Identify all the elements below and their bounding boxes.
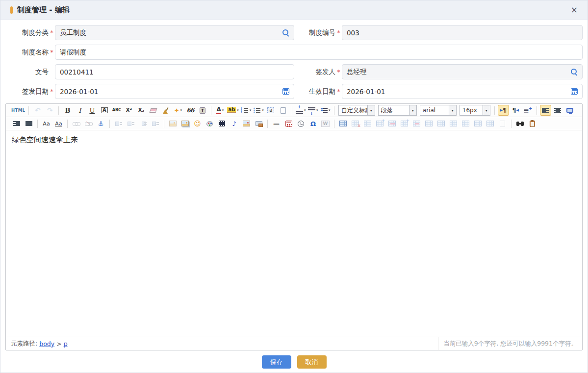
toolbar-insert-table-button[interactable] bbox=[337, 118, 349, 129]
editor-content[interactable]: 绿色空间速速拿上来 bbox=[6, 130, 582, 337]
auto-typeset-icon: ✦ bbox=[174, 107, 179, 114]
toolbar-italic-button[interactable]: I bbox=[74, 105, 85, 116]
issuer-input[interactable] bbox=[347, 68, 567, 76]
toolbar-blank-doc-button[interactable] bbox=[278, 105, 289, 116]
toolbar-indent-button[interactable] bbox=[522, 105, 534, 116]
toolbar-blockquote-button[interactable]: 66 bbox=[184, 105, 196, 116]
category-input[interactable] bbox=[60, 29, 279, 37]
toolbar-split-cells-button bbox=[411, 118, 422, 129]
toolbar-align-center-button[interactable] bbox=[552, 105, 563, 116]
toolbar-paste-board-button[interactable] bbox=[527, 118, 538, 129]
field-name: 制度名称 * bbox=[5, 45, 583, 60]
toolbar-cell-spacing-button bbox=[423, 118, 435, 129]
doc-no-input[interactable] bbox=[60, 68, 289, 76]
toolbar-remove-format-button[interactable] bbox=[148, 105, 159, 116]
superscript-icon: X² bbox=[126, 108, 132, 113]
toolbar-to-lowercase-button[interactable]: Aa bbox=[53, 118, 64, 129]
path-separator: > bbox=[56, 340, 61, 348]
issue-date-label: 签发日期 bbox=[5, 87, 49, 96]
toolbar-superscript-button[interactable]: X² bbox=[123, 105, 134, 116]
toolbar-emoticons-button[interactable]: ☺ bbox=[192, 118, 203, 129]
toolbar-separator bbox=[28, 106, 29, 115]
toolbar-insert-video-button[interactable] bbox=[216, 118, 228, 129]
dialog-footer: 保存 取消 bbox=[0, 350, 588, 373]
path-link-p[interactable]: p bbox=[64, 340, 68, 348]
toolbar-separator bbox=[537, 106, 537, 115]
toolbar-table-properties-button bbox=[460, 118, 471, 129]
toolbar-align-justify-button[interactable] bbox=[23, 118, 34, 129]
issue-date-input[interactable] bbox=[60, 88, 280, 96]
toolbar-paste-as-text-button[interactable]: T bbox=[197, 105, 208, 116]
toolbar-align-left-button[interactable] bbox=[540, 105, 551, 116]
toolbar-fullscreen-button[interactable] bbox=[564, 105, 576, 116]
toolbar-unordered-list-button[interactable]: ▾ bbox=[253, 105, 264, 116]
anchor-icon: ⚓ bbox=[98, 121, 104, 127]
font-family-select[interactable]: arial▾ bbox=[420, 105, 457, 116]
toolbar-strikethrough-button[interactable]: ABC bbox=[111, 105, 122, 116]
name-input[interactable] bbox=[60, 49, 578, 56]
save-button[interactable]: 保存 bbox=[262, 355, 291, 369]
toolbar-underline-button[interactable]: U bbox=[86, 105, 98, 116]
toolbar-paragraph-space-bottom-button[interactable]: ▾ bbox=[307, 105, 319, 116]
close-icon[interactable]: × bbox=[571, 6, 578, 14]
toolbar-find-replace-button[interactable] bbox=[514, 118, 526, 129]
toolbar-inline-code-button[interactable]: a bbox=[265, 105, 277, 116]
special-char-icon: Ω bbox=[310, 121, 316, 127]
toolbar-quick-format-button[interactable] bbox=[160, 105, 171, 116]
editor-statusbar: 元素路径: body > p 当前已输入9个字符, 您还可以输入9991个字符。 bbox=[6, 337, 582, 350]
calendar-icon[interactable] bbox=[282, 88, 289, 95]
issuer-label: 签发人 bbox=[299, 68, 335, 76]
img-align-right-icon bbox=[140, 121, 147, 126]
toolbar-horizontal-rule-button[interactable]: — bbox=[271, 118, 282, 129]
custom-heading-select[interactable]: 自定义标题▾ bbox=[338, 105, 375, 116]
toolbar-anchor-button[interactable]: ⚓ bbox=[95, 118, 106, 129]
code-input[interactable] bbox=[347, 29, 578, 37]
toolbar-separator bbox=[164, 120, 164, 128]
dialog-header: 制度管理 - 编辑 × bbox=[0, 0, 588, 20]
toolbar-auto-typeset-button[interactable]: ✦▾ bbox=[172, 105, 183, 116]
toolbar-left-to-right-button[interactable] bbox=[498, 105, 509, 116]
path-link-body[interactable]: body bbox=[39, 340, 54, 348]
delete-row-icon bbox=[450, 121, 457, 126]
toolbar-separator bbox=[292, 106, 292, 115]
toolbar-delete-col-button bbox=[435, 118, 447, 129]
font-size-select[interactable]: 16px▾ bbox=[460, 105, 490, 116]
toolbar-subscript-button[interactable]: X₂ bbox=[135, 105, 147, 116]
toolbar-word-paste-button: W bbox=[320, 118, 331, 129]
toolbar-font-color-button[interactable]: A▾ bbox=[214, 105, 226, 116]
paragraph-format-select[interactable]: 段落▾ bbox=[378, 105, 417, 116]
required-marker: * bbox=[335, 29, 342, 36]
delete-col-icon bbox=[437, 121, 445, 126]
toolbar-insert-time-button[interactable] bbox=[295, 118, 307, 129]
toolbar-multi-image-button[interactable] bbox=[179, 118, 191, 129]
toolbar-insert-row-above-button bbox=[374, 118, 385, 129]
toolbar-right-to-left-button[interactable] bbox=[510, 105, 521, 116]
toolbar-border-style-button[interactable]: A bbox=[99, 105, 110, 116]
toolbar-insert-date-button[interactable] bbox=[283, 118, 294, 129]
toolbar-insert-audio-button[interactable]: ♪ bbox=[229, 118, 240, 129]
toolbar-bold-button[interactable]: B bbox=[62, 105, 73, 116]
indent-icon bbox=[523, 107, 532, 114]
search-icon[interactable] bbox=[282, 29, 289, 36]
toolbar-remote-media-button[interactable] bbox=[253, 118, 264, 129]
effective-date-input[interactable] bbox=[347, 88, 568, 96]
code-label: 制度编号 bbox=[299, 28, 335, 37]
toolbar-paint-button[interactable] bbox=[204, 118, 215, 129]
undo-icon: ↶ bbox=[35, 107, 41, 114]
cancel-button[interactable]: 取消 bbox=[297, 355, 327, 369]
paint-icon bbox=[206, 121, 213, 126]
toolbar-paragraph-space-top-button[interactable]: ▾ bbox=[295, 105, 307, 116]
search-icon[interactable] bbox=[570, 68, 578, 75]
toolbar-highlight-color-button[interactable]: ab▾ bbox=[227, 105, 239, 116]
subscript-icon: X₂ bbox=[138, 108, 144, 113]
toolbar-insert-flash-button[interactable] bbox=[241, 118, 252, 129]
toolbar-ordered-list-button[interactable]: ▾ bbox=[240, 105, 252, 116]
calendar-icon[interactable] bbox=[571, 88, 578, 95]
toolbar-to-uppercase-button[interactable]: Aa bbox=[41, 118, 52, 129]
toolbar-source-code-button[interactable]: HTML bbox=[11, 105, 26, 116]
toolbar-insert-image-button[interactable] bbox=[167, 118, 179, 129]
toolbar-align-right-button[interactable] bbox=[11, 118, 22, 129]
table-properties-icon bbox=[462, 121, 469, 126]
toolbar-line-height-button[interactable]: ▾ bbox=[320, 105, 331, 116]
toolbar-special-char-button[interactable]: Ω bbox=[307, 118, 319, 129]
